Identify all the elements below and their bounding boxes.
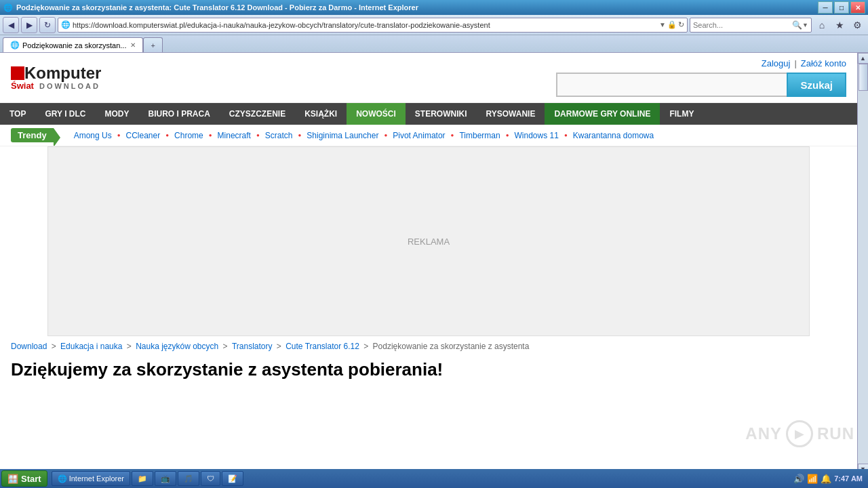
search-input[interactable] [693, 21, 792, 29]
register-link[interactable]: Załóż konto [801, 58, 846, 68]
title-favicon: 🌐 [3, 2, 14, 13]
trend-dot: ● [165, 132, 169, 138]
clock: 7:47 AM [834, 474, 863, 483]
start-button[interactable]: 🪟 Start [1, 470, 47, 487]
trend-item-among-us[interactable]: Among Us [74, 131, 112, 140]
settings-button[interactable]: ⚙ [849, 17, 865, 33]
notification-icon[interactable]: 🔔 [821, 474, 831, 484]
nav-item-rysowanie[interactable]: RYSOWANIE [477, 103, 545, 125]
refresh-button[interactable]: ↻ [39, 17, 56, 33]
toolbar-icons: ⌂ ★ ⚙ [814, 17, 865, 33]
page-content: ▲ ▼ Komputer Świat DOWNLOAD [0, 53, 868, 474]
anyrun-play-icon: ▶ [786, 420, 813, 447]
search-dropdown-icon[interactable]: ▼ [802, 22, 808, 28]
taskbar-item[interactable]: 📺 [155, 471, 176, 486]
address-text: https://download.komputerswiat.pl/edukac… [73, 21, 658, 29]
trend-dot: ● [384, 132, 387, 138]
volume-icon[interactable]: 🔊 [793, 474, 804, 484]
breadcrumb-separator: > [124, 342, 134, 351]
breadcrumb-separator: > [361, 342, 371, 351]
breadcrumb-separator: > [49, 342, 58, 351]
logo-swiat-text: Świat [11, 81, 34, 91]
trend-item-ccleaner[interactable]: CCleaner [126, 131, 161, 140]
taskbar-item[interactable]: 🛡 [201, 471, 220, 486]
nav-item-filmy[interactable]: FILMY [660, 103, 703, 125]
home-button[interactable]: ⌂ [814, 17, 830, 33]
taskbar-item[interactable]: 📁 [132, 471, 153, 486]
nav-item-mody[interactable]: MODY [95, 103, 138, 125]
taskbar: 🪟 Start 🌐 Internet Explorer📁📺🎵🛡📝 🔊 📶 🔔 7… [0, 469, 868, 488]
restore-button[interactable]: □ [834, 1, 849, 14]
start-label: Start [21, 474, 41, 484]
active-tab[interactable]: 🌐 Podziękowanie za skorzystan... ✕ [3, 37, 143, 52]
nav-item-książki[interactable]: KSIĄŻKI [295, 103, 347, 125]
search-submit-icon[interactable]: 🔍 [792, 20, 802, 30]
search-bar[interactable]: 🔍 ▼ [690, 18, 812, 33]
close-button[interactable]: ✕ [850, 1, 865, 14]
main-search[interactable]: Szukaj [556, 73, 846, 97]
trend-dot: ● [117, 132, 121, 138]
nav-item-gry-i-dlc[interactable]: GRY I DLC [35, 103, 95, 125]
trend-item-windows-11[interactable]: Windows 11 [515, 131, 559, 140]
address-dropdown-icon[interactable]: ▼ [658, 21, 667, 28]
window-title: Podziękowanie za skorzystanie z asystent… [16, 3, 818, 12]
scroll-up-button[interactable]: ▲ [858, 53, 869, 64]
new-tab-icon: + [151, 41, 155, 49]
trend-item-pivot-animator[interactable]: Pivot Animator [393, 131, 445, 140]
address-favicon: 🌐 [61, 20, 71, 29]
favorites-button[interactable]: ★ [831, 17, 848, 33]
trend-item-timberman[interactable]: Timberman [459, 131, 500, 140]
scroll-track[interactable] [858, 64, 869, 464]
taskbar-items: 🌐 Internet Explorer📁📺🎵🛡📝 [49, 471, 789, 486]
minimize-button[interactable]: ─ [818, 1, 833, 14]
nav-item-czyszczenie[interactable]: CZYSZCZENIE [220, 103, 295, 125]
address-refresh-icon[interactable]: ↻ [678, 20, 684, 29]
anyrun-watermark: ANY ▶ RUN [745, 420, 854, 447]
nav-item-sterowniki[interactable]: STEROWNIKI [406, 103, 477, 125]
main-search-input[interactable] [556, 73, 787, 97]
breadcrumb-link-1[interactable]: Edukacja i nauka [60, 342, 122, 351]
anyrun-text-run: RUN [817, 424, 854, 443]
taskbar-item[interactable]: 📝 [222, 471, 243, 486]
login-link[interactable]: Zaloguj [762, 58, 791, 68]
ad-banner: REKLAMA [47, 146, 810, 336]
logo[interactable]: Komputer Świat DOWNLOAD [11, 65, 101, 91]
nav-item-nowości[interactable]: NOWOŚCI [347, 103, 406, 125]
anyrun-text-any: ANY [745, 424, 782, 443]
browser-toolbar: ◀ ▶ ↻ 🌐 https://download.komputerswiat.p… [0, 15, 868, 35]
scrollbar[interactable]: ▲ ▼ [857, 53, 868, 474]
nav-item-biuro-i-praca[interactable]: BIURO I PRACA [138, 103, 219, 125]
breadcrumb-separator: > [274, 342, 283, 351]
breadcrumb-link-3[interactable]: Translatory [232, 342, 273, 351]
trend-dot: ● [564, 132, 568, 138]
taskbar-item[interactable]: 🌐 Internet Explorer [52, 471, 130, 486]
address-bar[interactable]: 🌐 https://download.komputerswiat.pl/eduk… [58, 18, 688, 33]
tab-bar: 🌐 Podziękowanie za skorzystan... ✕ + [0, 35, 868, 53]
nav-item-top[interactable]: TOP [0, 103, 35, 125]
trend-item-kwarantanna-domowa[interactable]: Kwarantanna domowa [573, 131, 654, 140]
breadcrumb-link-2[interactable]: Nauka języków obcych [136, 342, 218, 351]
logo-download-text: DOWNLOAD [39, 82, 100, 90]
scroll-thumb[interactable] [859, 64, 868, 91]
start-icon: 🪟 [7, 474, 18, 484]
new-tab-button[interactable]: + [143, 37, 162, 52]
trend-item-minecraft[interactable]: Minecraft [218, 131, 251, 140]
tab-favicon: 🌐 [10, 41, 20, 49]
logo-text: Komputer Świat DOWNLOAD [11, 65, 101, 91]
breadcrumb-link-4[interactable]: Cute Translator 6.12 [285, 342, 359, 351]
trend-item-shiginima-launcher[interactable]: Shiginima Launcher [307, 131, 378, 140]
main-search-button[interactable]: Szukaj [787, 73, 846, 97]
breadcrumb-link-0[interactable]: Download [11, 342, 47, 351]
trend-item-chrome[interactable]: Chrome [174, 131, 203, 140]
trends-bar: TrendyAmong Us●CCleaner●Chrome●Minecraft… [0, 125, 857, 146]
page-title: Dziękujemy za skorzystanie z asystenta p… [0, 357, 857, 386]
back-button[interactable]: ◀ [3, 17, 19, 33]
taskbar-item[interactable]: 🎵 [178, 471, 199, 486]
trend-item-scratch[interactable]: Scratch [265, 131, 293, 140]
site-header: Komputer Świat DOWNLOAD Zaloguj | Załóż … [0, 53, 857, 103]
nav-item-darmowe-gry-online[interactable]: DARMOWE GRY ONLINE [545, 103, 660, 125]
header-auth: Zaloguj | Załóż konto [762, 58, 846, 68]
network-icon[interactable]: 📶 [807, 474, 818, 484]
forward-button[interactable]: ▶ [21, 17, 37, 33]
tab-close-button[interactable]: ✕ [130, 41, 136, 49]
